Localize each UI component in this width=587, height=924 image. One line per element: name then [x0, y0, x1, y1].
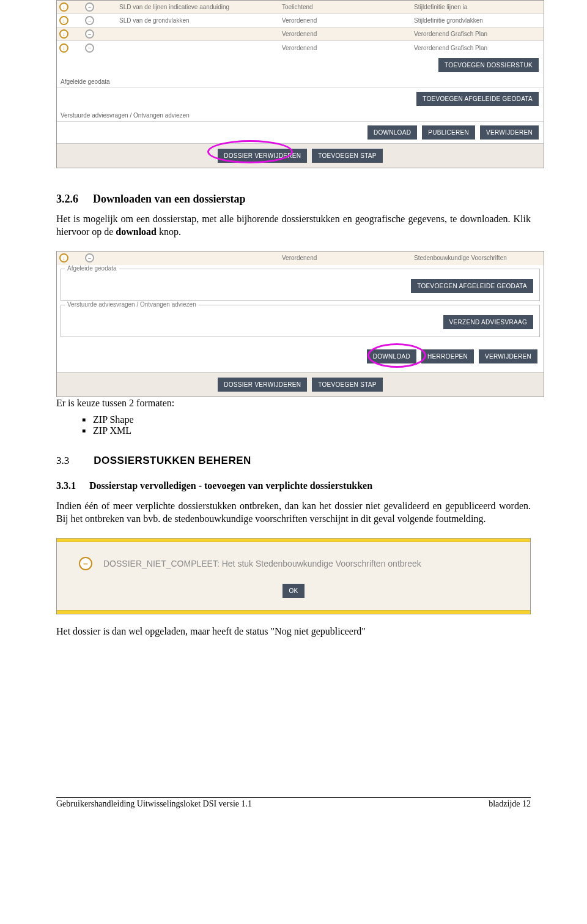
row-type: Verordenend [282, 255, 410, 261]
bottom-button-row: DOSSIER VERWIJDEREN TOEVOEGEN STAP [57, 372, 544, 397]
section-header-advies: Verstuurde adviesvragen / Ontvangen advi… [57, 110, 544, 122]
remove-icon[interactable]: – [85, 29, 94, 39]
button-row: TOEVOEGEN DOSSIERSTUK [57, 54, 544, 76]
remove-icon[interactable]: – [85, 2, 94, 12]
paragraph-formats-intro: Er is keuze tussen 2 formaten: [56, 397, 531, 410]
row-type: Verordenend [282, 31, 410, 37]
page-footer: Gebruikershandleiding Uitwisselingsloket… [56, 799, 531, 809]
download-icon[interactable]: ↓ [59, 2, 68, 12]
remove-icon[interactable]: – [85, 16, 94, 25]
remove-icon[interactable]: – [85, 43, 94, 53]
screenshot-dossier-list: ↓ – SLD van de lijnen indicatieve aandui… [56, 0, 544, 168]
table-row: ↓ – SLD van de lijnen indicatieve aandui… [57, 1, 544, 14]
list-item: ZIP XML [82, 425, 531, 436]
dialog-body: – DOSSIER_NIET_COMPLEET: Het stuk Steden… [57, 542, 530, 579]
download-icon[interactable]: ↓ [59, 16, 68, 25]
download-icon[interactable]: ↓ [59, 29, 68, 39]
section-header-afgeleide: Afgeleide geodata [57, 76, 544, 88]
add-geodata-button[interactable]: TOEVOEGEN AFGELEIDE GEODATA [411, 279, 533, 293]
footer-rule [56, 797, 531, 798]
minus-icon: – [79, 557, 92, 570]
fieldset-adviesvragen: Verstuurde adviesvragen / Ontvangen advi… [61, 305, 540, 337]
row-right: Stedenbouwkundige Voorschriften [414, 255, 541, 261]
dialog-message: DOSSIER_NIET_COMPLEET: Het stuk Stedenbo… [103, 559, 421, 568]
screenshot-download-step: ↓ – Verordenend Stedenbouwkundige Voorsc… [56, 251, 544, 397]
paragraph-326: Het is mogelijk om een dossierstap, met … [56, 213, 531, 239]
download-button[interactable]: DOWNLOAD [367, 125, 417, 140]
table-row: ↓ – SLD van de grondvlakken Verordenend … [57, 14, 544, 28]
footer-left: Gebruikershandleiding Uitwisselingsloket… [56, 799, 252, 809]
add-geodata-button[interactable]: TOEVOEGEN AFGELEIDE GEODATA [416, 92, 539, 106]
dialog-bottom-bar [57, 610, 530, 614]
table-row: ↓ – Verordenend Verordenend Grafisch Pla… [57, 41, 544, 54]
ok-button[interactable]: OK [282, 584, 304, 598]
row-type: Toelichtend [282, 4, 410, 10]
add-dossierstuk-button[interactable]: TOEVOEGEN DOSSIERSTUK [438, 58, 539, 72]
download-button[interactable]: DOWNLOAD [367, 349, 416, 363]
list-item: ZIP Shape [82, 414, 531, 425]
button-row: VERZEND ADVIESVRAAG [64, 308, 537, 332]
dossier-delete-button[interactable]: DOSSIER VERWIJDEREN [218, 378, 307, 392]
heading-3-2-6: 3.2.6Downloaden van een dossierstap [56, 193, 531, 206]
heading-3-3: 3.3DOSSIERSTUKKEN BEHEREN [56, 455, 531, 467]
row-type: Verordenend [282, 45, 410, 51]
table-row: ↓ – Verordenend Verordenend Grafisch Pla… [57, 28, 544, 41]
formats-list: ZIP Shape ZIP XML [82, 414, 531, 436]
row-right: Stijldefinitie lijnen ia [414, 4, 541, 10]
publish-button[interactable]: PUBLICEREN [422, 125, 475, 140]
screenshot-error-dialog: – DOSSIER_NIET_COMPLEET: Het stuk Steden… [56, 538, 531, 614]
row-right: Stijldefinitie grondvlakken [414, 17, 541, 24]
revoke-button[interactable]: HERROEPEN [421, 349, 474, 363]
bottom-button-row: DOSSIER VERWIJDEREN TOEVOEGEN STAP [57, 143, 544, 168]
heading-number: 3.2.6 [56, 193, 78, 205]
add-step-button[interactable]: TOEVOEGEN STAP [312, 149, 383, 163]
dialog-button-row: OK [57, 579, 530, 610]
download-icon[interactable]: ↓ [59, 43, 68, 53]
dossier-delete-button[interactable]: DOSSIER VERWIJDEREN [218, 149, 307, 163]
heading-title: DOSSIERSTUKKEN BEHEREN [94, 455, 251, 466]
button-row: TOEVOEGEN AFGELEIDE GEODATA [57, 88, 544, 110]
delete-button[interactable]: VERWIJDEREN [479, 349, 537, 363]
paragraph-closing: Het dossier is dan wel opgeladen, maar h… [56, 625, 531, 638]
heading-title: Dossierstap vervolledigen - toevoegen va… [89, 480, 372, 491]
footer-right: bladzijde 12 [489, 799, 531, 809]
document-page: ↓ – SLD van de lijnen indicatieve aandui… [0, 0, 587, 819]
paragraph-331: Indien één of meer verplichte dossierstu… [56, 500, 531, 526]
row-name: SLD van de lijnen indicatieve aanduiding [119, 4, 278, 10]
heading-number: 3.3.1 [56, 480, 76, 491]
row-right: Verordenend Grafisch Plan [414, 45, 541, 51]
delete-button[interactable]: VERWIJDEREN [480, 125, 539, 140]
heading-3-3-1: 3.3.1Dossierstap vervolledigen - toevoeg… [56, 480, 531, 491]
add-step-button[interactable]: TOEVOEGEN STAP [312, 378, 383, 392]
remove-icon[interactable]: – [85, 253, 94, 263]
heading-title: Downloaden van een dossierstap [93, 193, 246, 205]
button-row: DOWNLOAD PUBLICEREN VERWIJDEREN [57, 122, 544, 143]
row-type: Verordenend [282, 17, 410, 24]
download-icon[interactable]: ↓ [59, 253, 68, 263]
send-advice-button[interactable]: VERZEND ADVIESVRAAG [443, 315, 533, 329]
button-row: TOEVOEGEN AFGELEIDE GEODATA [64, 272, 537, 296]
row-name: SLD van de grondvlakken [119, 17, 278, 24]
button-row-actions: DOWNLOAD HERROEPEN VERWIJDEREN [57, 341, 544, 372]
fieldset-legend: Verstuurde adviesvragen / Ontvangen advi… [65, 301, 199, 308]
fieldset-afgeleide-geodata: Afgeleide geodata TOEVOEGEN AFGELEIDE GE… [61, 269, 540, 301]
heading-number: 3.3 [56, 455, 69, 466]
table-row: ↓ – Verordenend Stedenbouwkundige Voorsc… [57, 251, 544, 265]
row-right: Verordenend Grafisch Plan [414, 31, 541, 37]
fieldset-legend: Afgeleide geodata [65, 265, 119, 272]
